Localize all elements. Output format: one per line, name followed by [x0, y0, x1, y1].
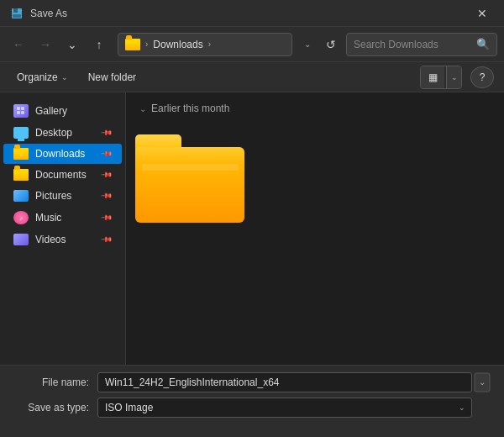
pictures-icon [13, 190, 29, 202]
up-button[interactable]: ↑ [87, 33, 111, 56]
close-button[interactable]: ✕ [470, 2, 494, 25]
pin-icon-music: 📌 [101, 212, 113, 224]
sidebar-item-documents-label: Documents [35, 169, 96, 181]
view-icon-button[interactable]: ▦ [421, 66, 444, 88]
address-chevron: › [145, 39, 148, 49]
sidebar-item-documents[interactable]: Documents 📌 [3, 165, 122, 185]
help-button[interactable]: ? [470, 66, 494, 88]
content-area: Gallery Desktop 📌 Downloads 📌 Documents … [0, 92, 504, 365]
bottom-form: File name: ⌄ Save as type: ISO Image All… [0, 365, 504, 437]
section-header: ⌄ Earlier this month [139, 103, 491, 114]
sidebar-item-videos-label: Videos [35, 234, 96, 245]
address-bar[interactable]: › Downloads › [118, 33, 292, 56]
filename-input[interactable] [97, 372, 472, 392]
saveastype-row: Save as type: ISO Image All Files ⌄ [13, 398, 491, 418]
section-label: Earlier this month [151, 103, 229, 114]
save-icon [10, 7, 24, 20]
pin-icon-documents: 📌 [101, 169, 113, 182]
titlebar-title: Save As [30, 8, 67, 19]
sidebar-item-gallery[interactable]: Gallery [3, 100, 122, 122]
navbar: ← → ⌄ ↑ › Downloads › ⌄ ↺ 🔍 [0, 27, 504, 62]
sidebar-item-desktop-label: Desktop [35, 127, 96, 139]
sidebar-item-downloads-label: Downloads [35, 148, 96, 160]
folder-big-icon [135, 134, 244, 223]
filename-label: File name: [13, 376, 97, 388]
organize-chevron: ⌄ [61, 73, 68, 82]
music-icon: ♪ [13, 211, 29, 224]
pin-icon-downloads: 📌 [101, 148, 113, 161]
pin-icon: 📌 [101, 127, 113, 140]
forward-button[interactable]: → [34, 33, 57, 56]
desktop-icon [13, 127, 29, 139]
documents-icon [13, 169, 29, 181]
folder-body [135, 147, 244, 223]
pin-icon-pictures: 📌 [101, 190, 113, 203]
search-icon: 🔍 [476, 38, 490, 50]
svg-rect-3 [17, 107, 20, 110]
svg-rect-4 [21, 107, 24, 110]
sidebar-item-videos[interactable]: Videos 📌 [3, 229, 122, 250]
saveastype-label: Save as type: [13, 402, 97, 413]
svg-rect-2 [13, 14, 21, 18]
sidebar-item-downloads[interactable]: Downloads 📌 [3, 144, 122, 164]
filename-dropdown-icon: ⌄ [474, 372, 491, 392]
view-chevron-button[interactable]: ⌄ [446, 66, 461, 88]
sidebar-item-desktop[interactable]: Desktop 📌 [3, 123, 122, 143]
search-input[interactable] [354, 39, 471, 50]
sidebar-item-music[interactable]: ♪ Music 📌 [3, 207, 122, 229]
pin-icon-videos: 📌 [101, 234, 113, 246]
address-path: Downloads [153, 39, 202, 50]
downloads-icon [13, 148, 29, 160]
svg-text:⌄: ⌄ [479, 377, 486, 387]
saveastype-wrapper: ISO Image All Files ⌄ [97, 398, 472, 418]
address-path-chevron: › [208, 39, 211, 49]
back-button[interactable]: ← [7, 33, 30, 56]
folder-icon [125, 39, 140, 50]
new-folder-button[interactable]: New folder [80, 68, 144, 87]
sidebar-item-music-label: Music [35, 212, 96, 224]
svg-rect-6 [21, 111, 24, 114]
videos-icon [13, 234, 29, 245]
view-options: ▦ ⌄ [420, 66, 462, 89]
sidebar: Gallery Desktop 📌 Downloads 📌 Documents … [0, 92, 126, 365]
folder-shine [142, 164, 239, 171]
folder-item[interactable] [139, 128, 240, 229]
address-dropdown-button[interactable]: ⌄ [299, 33, 316, 56]
svg-rect-1 [13, 8, 18, 13]
svg-rect-5 [17, 111, 20, 114]
sidebar-item-pictures[interactable]: Pictures 📌 [3, 186, 122, 206]
toolbar: Organize ⌄ New folder ▦ ⌄ ? [0, 62, 504, 92]
sidebar-item-pictures-label: Pictures [35, 190, 96, 202]
refresh-button[interactable]: ↺ [319, 33, 343, 56]
sidebar-item-gallery-label: Gallery [35, 105, 112, 117]
titlebar-left: Save As [10, 7, 67, 20]
saveastype-select[interactable]: ISO Image All Files [97, 398, 472, 418]
history-button[interactable]: ⌄ [60, 33, 84, 56]
section-chevron[interactable]: ⌄ [139, 104, 146, 113]
organize-button[interactable]: Organize ⌄ [10, 68, 75, 87]
organize-label: Organize [17, 71, 58, 83]
gallery-icon [13, 104, 29, 118]
search-box[interactable]: 🔍 [346, 33, 497, 56]
filename-row: File name: ⌄ [13, 372, 491, 392]
titlebar: Save As ✕ [0, 0, 504, 27]
file-area: ⌄ Earlier this month [126, 92, 504, 365]
